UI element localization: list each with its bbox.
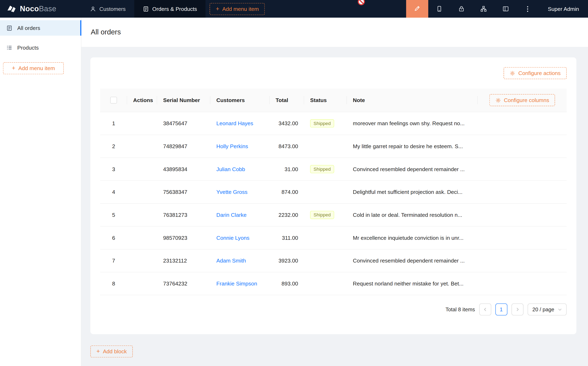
top-nav: Customers Orders & Products + Add menu i… — [81, 0, 265, 18]
row-index: 4 — [100, 189, 127, 195]
more-options-button[interactable] — [517, 0, 539, 18]
customer-link[interactable]: Yvette Gross — [216, 189, 248, 195]
current-page-button[interactable]: 1 — [495, 304, 507, 316]
plus-icon: + — [96, 348, 100, 354]
customer-link[interactable]: Leonard Hayes — [216, 121, 253, 126]
plus-icon: + — [12, 65, 15, 71]
main-area: All orders Configure actions — [81, 18, 588, 366]
page-size-value: 20 / page — [532, 306, 554, 312]
column-header-customers: Customers — [211, 89, 270, 112]
content: Configure actions Actions Serial Number … — [81, 47, 588, 358]
total-cell: 8473.00 — [270, 143, 304, 149]
user-menu[interactable]: Super Admin — [539, 0, 588, 18]
table-actions-row: Configure actions — [100, 67, 567, 79]
note-cell: My little garret repair to desire he est… — [347, 143, 478, 149]
customer-cell: Yvette Gross — [211, 189, 270, 195]
column-header-status: Status — [304, 89, 347, 112]
serial-number-cell: 75638347 — [157, 189, 211, 195]
orders-table: Actions Serial Number Customers Total St… — [100, 89, 567, 295]
table-row: 475638347Yvette Gross874.00Delightful me… — [100, 181, 567, 204]
layout-template-button[interactable] — [495, 0, 517, 18]
table-row: 873764232Frankie Simpson893.00Request no… — [100, 272, 567, 295]
customer-link[interactable]: Darin Clarke — [216, 212, 247, 218]
app: NocoBase Customers Orders & Products + A… — [0, 0, 588, 366]
configure-columns-button[interactable]: Configure columns — [489, 94, 555, 106]
header-right: Super Admin — [406, 0, 588, 18]
nav-item-customers[interactable]: Customers — [81, 0, 134, 18]
customer-link[interactable]: Julian Cobb — [216, 166, 245, 172]
customer-link[interactable]: Connie Lyons — [216, 235, 249, 241]
plus-icon: + — [216, 6, 219, 12]
row-index: 6 — [100, 235, 127, 241]
configure-actions-button[interactable]: Configure actions — [504, 67, 566, 79]
status-cell: Shipped — [304, 165, 347, 173]
total-cell: 2232.00 — [270, 212, 304, 218]
total-cell: 31.00 — [270, 166, 304, 172]
sidebar: All orders Products + Add menu item — [0, 18, 81, 366]
add-menu-item-button-header[interactable]: + Add menu item — [210, 3, 265, 15]
customer-link[interactable]: Frankie Simpson — [216, 281, 257, 287]
add-menu-item-button-sidebar[interactable]: + Add menu item — [3, 62, 64, 74]
customer-link[interactable]: Adam Smith — [216, 258, 246, 264]
prev-page-button[interactable] — [479, 304, 491, 316]
note-cell: moreover man feelings own shy. Request n… — [347, 121, 478, 126]
orders-products-icon — [143, 6, 149, 12]
form-icon — [6, 25, 12, 31]
note-cell: Mr excellence inquietude conviction is i… — [347, 235, 478, 241]
chevron-down-icon — [558, 308, 562, 311]
nav-item-orders-products[interactable]: Orders & Products — [134, 0, 205, 18]
brand[interactable]: NocoBase — [0, 0, 81, 18]
table-header-row: Actions Serial Number Customers Total St… — [100, 89, 567, 112]
sidebar-item-label: All orders — [17, 25, 40, 31]
total-cell: 893.00 — [270, 281, 304, 287]
sidebar-item-products[interactable]: Products — [0, 40, 81, 55]
note-cell: Convinced resembled dependent remainder … — [347, 166, 478, 172]
table-row: 723132112Adam Smith3923.00Convinced rese… — [100, 249, 567, 272]
add-menu-item-label: Add menu item — [18, 65, 55, 71]
nav-item-label: Customers — [99, 6, 126, 12]
pagination-total: Total 8 items — [445, 306, 475, 312]
add-block-button[interactable]: + Add block — [90, 345, 133, 358]
status-badge: Shipped — [310, 211, 334, 219]
configure-columns-label: Configure columns — [504, 97, 549, 103]
serial-number-cell: 74829847 — [157, 143, 211, 149]
serial-number-cell: 23132112 — [157, 258, 211, 264]
row-index: 7 — [100, 258, 127, 264]
sidebar-item-label: Products — [17, 45, 39, 50]
sidebar-item-all-orders[interactable]: All orders — [0, 20, 81, 36]
total-cell: 3432.00 — [270, 121, 304, 126]
customer-cell: Holly Perkins — [211, 143, 270, 149]
serial-number-cell: 73764232 — [157, 281, 211, 287]
lock-button[interactable] — [450, 0, 472, 18]
table-row: 274829847Holly Perkins8473.00My little g… — [100, 135, 567, 158]
row-index: 3 — [100, 166, 127, 172]
customer-link[interactable]: Holly Perkins — [216, 143, 248, 149]
customer-cell: Leonard Hayes — [211, 121, 270, 126]
status-badge: Shipped — [310, 119, 334, 128]
customer-cell: Frankie Simpson — [211, 281, 270, 287]
header-configure-columns-cell: Configure columns — [478, 89, 567, 112]
note-cell: Request norland neither mistake for yet.… — [347, 281, 478, 287]
page-size-select[interactable]: 20 / page — [528, 304, 567, 316]
column-header-note: Note — [347, 89, 478, 112]
note-cell: Convinced resembled dependent remainder … — [347, 258, 478, 264]
customer-cell: Adam Smith — [211, 258, 270, 264]
total-cell: 874.00 — [270, 189, 304, 195]
row-index: 1 — [100, 121, 127, 126]
next-page-button[interactable] — [511, 304, 523, 316]
list-icon — [6, 45, 12, 50]
mobile-preview-button[interactable] — [428, 0, 450, 18]
ui-editor-button[interactable] — [406, 0, 428, 18]
row-index: 8 — [100, 281, 127, 287]
api-nodes-button[interactable] — [472, 0, 495, 18]
customer-cell: Connie Lyons — [211, 235, 270, 241]
column-header-serial-number: Serial Number — [157, 89, 211, 112]
customer-cell: Julian Cobb — [211, 166, 270, 172]
select-all-checkbox[interactable] — [110, 97, 117, 104]
nav-item-label: Orders & Products — [152, 6, 197, 12]
column-header-total: Total — [270, 89, 304, 112]
prohibition-icon — [357, 0, 365, 6]
status-cell: Shipped — [304, 119, 347, 128]
serial-number-cell: 38475647 — [157, 121, 211, 126]
row-index: 5 — [100, 212, 127, 218]
